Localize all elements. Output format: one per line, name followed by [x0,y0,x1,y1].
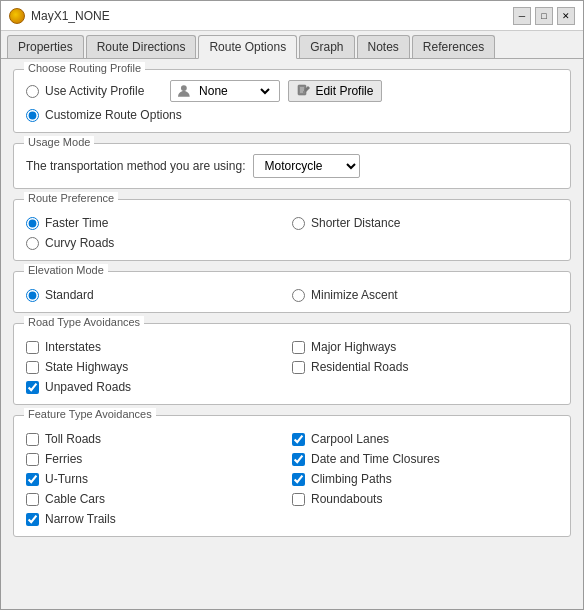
interstates-row: Interstates [26,340,292,354]
climbing-paths-checkbox[interactable] [292,473,305,486]
use-activity-label: Use Activity Profile [45,84,144,98]
tab-bar: Properties Route Directions Route Option… [1,31,583,59]
curvy-roads-label: Curvy Roads [45,236,114,250]
route-preference-group: Faster Time Shorter Distance Curvy Roads [26,210,558,250]
tab-route-directions[interactable]: Route Directions [86,35,197,58]
cable-cars-checkbox[interactable] [26,493,39,506]
tab-notes[interactable]: Notes [357,35,410,58]
curvy-roads-row: Curvy Roads [26,236,292,250]
interstates-checkbox[interactable] [26,341,39,354]
feature-type-title: Feature Type Avoidances [24,408,156,420]
edit-profile-label: Edit Profile [315,84,373,98]
usage-label: The transportation method you are using: [26,159,245,173]
shorter-distance-row: Shorter Distance [292,216,558,230]
cable-cars-label: Cable Cars [45,492,105,506]
narrow-trails-row: Narrow Trails [26,512,292,526]
usage-row: The transportation method you are using:… [26,154,558,178]
shorter-distance-label: Shorter Distance [311,216,400,230]
usage-dropdown[interactable]: Motorcycle Car Bicycle Walking [253,154,360,178]
climbing-paths-label: Climbing Paths [311,472,392,486]
major-highways-row: Major Highways [292,340,558,354]
usage-mode-title: Usage Mode [24,136,94,148]
major-highways-checkbox[interactable] [292,341,305,354]
tab-route-options[interactable]: Route Options [198,35,297,59]
roundabouts-row: Roundabouts [292,492,558,506]
content-area: Choose Routing Profile Use Activity Prof… [1,59,583,609]
state-highways-checkbox[interactable] [26,361,39,374]
carpool-lanes-row: Carpool Lanes [292,432,558,446]
state-highways-label: State Highways [45,360,128,374]
carpool-lanes-label: Carpool Lanes [311,432,389,446]
u-turns-row: U-Turns [26,472,292,486]
road-type-avoidances-section: Road Type Avoidances Interstates Major H… [13,323,571,405]
routing-profile-title: Choose Routing Profile [24,62,145,74]
roundabouts-checkbox[interactable] [292,493,305,506]
unpaved-roads-label: Unpaved Roads [45,380,131,394]
faster-time-row: Faster Time [26,216,292,230]
unpaved-roads-checkbox[interactable] [26,381,39,394]
routing-profile-group: Use Activity Profile None [26,80,558,122]
ferries-label: Ferries [45,452,82,466]
customize-radio[interactable] [26,109,39,122]
use-activity-row: Use Activity Profile None [26,80,558,102]
customize-row: Customize Route Options [26,108,558,122]
shorter-distance-radio[interactable] [292,217,305,230]
residential-roads-checkbox[interactable] [292,361,305,374]
usage-select[interactable]: Motorcycle Car Bicycle Walking [253,154,360,178]
minimize-ascent-row: Minimize Ascent [292,288,558,302]
state-highways-row: State Highways [26,360,292,374]
feature-type-avoidances-section: Feature Type Avoidances Toll Roads Carpo… [13,415,571,537]
standard-label: Standard [45,288,94,302]
titlebar-left: MayX1_NONE [9,8,110,24]
use-activity-radio[interactable] [26,85,39,98]
carpool-lanes-checkbox[interactable] [292,433,305,446]
toll-roads-row: Toll Roads [26,432,292,446]
edit-profile-button[interactable]: Edit Profile [288,80,382,102]
date-time-closures-row: Date and Time Closures [292,452,558,466]
standard-radio[interactable] [26,289,39,302]
narrow-trails-checkbox[interactable] [26,513,39,526]
tab-properties[interactable]: Properties [7,35,84,58]
svg-point-0 [181,85,187,91]
profile-select-row: None Edit Profile [170,80,382,102]
climbing-paths-row: Climbing Paths [292,472,558,486]
faster-time-radio[interactable] [26,217,39,230]
minimize-ascent-radio[interactable] [292,289,305,302]
routing-profile-section: Choose Routing Profile Use Activity Prof… [13,69,571,133]
app-icon [9,8,25,24]
minimize-button[interactable]: ─ [513,7,531,25]
standard-row: Standard [26,288,292,302]
road-type-group: Interstates Major Highways State Highway… [26,334,558,394]
residential-roads-label: Residential Roads [311,360,408,374]
edit-icon [297,84,311,98]
customize-label: Customize Route Options [45,108,182,122]
profile-select[interactable]: None [195,83,273,99]
close-button[interactable]: ✕ [557,7,575,25]
minimize-ascent-label: Minimize Ascent [311,288,398,302]
u-turns-label: U-Turns [45,472,88,486]
interstates-label: Interstates [45,340,101,354]
road-type-title: Road Type Avoidances [24,316,144,328]
titlebar-controls: ─ □ ✕ [513,7,575,25]
feature-type-group: Toll Roads Carpool Lanes Ferries Date an… [26,426,558,526]
date-time-closures-checkbox[interactable] [292,453,305,466]
route-preference-section: Route Preference Faster Time Shorter Dis… [13,199,571,261]
toll-roads-checkbox[interactable] [26,433,39,446]
ferries-row: Ferries [26,452,292,466]
maximize-button[interactable]: □ [535,7,553,25]
ferries-checkbox[interactable] [26,453,39,466]
person-icon [177,84,191,98]
curvy-roads-radio[interactable] [26,237,39,250]
major-highways-label: Major Highways [311,340,396,354]
tab-graph[interactable]: Graph [299,35,354,58]
elevation-mode-section: Elevation Mode Standard Minimize Ascent [13,271,571,313]
profile-dropdown[interactable]: None [170,80,280,102]
u-turns-checkbox[interactable] [26,473,39,486]
faster-time-label: Faster Time [45,216,108,230]
tab-references[interactable]: References [412,35,495,58]
toll-roads-label: Toll Roads [45,432,101,446]
elevation-mode-title: Elevation Mode [24,264,108,276]
date-time-closures-label: Date and Time Closures [311,452,440,466]
unpaved-roads-row: Unpaved Roads [26,380,292,394]
route-preference-title: Route Preference [24,192,118,204]
